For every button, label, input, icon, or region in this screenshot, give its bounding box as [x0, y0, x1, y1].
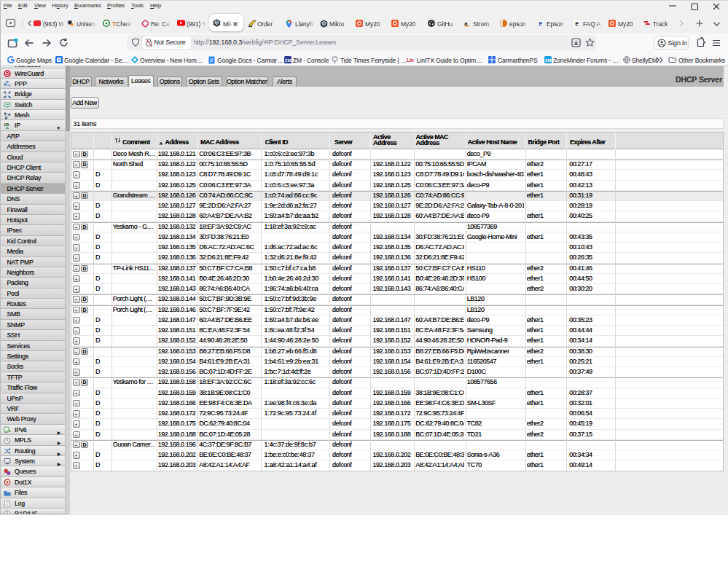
- svg-text:E: E: [539, 20, 543, 27]
- svg-text:E: E: [575, 20, 579, 27]
- svg-text:ZM: ZM: [545, 58, 552, 63]
- svg-text:155: 155: [4, 123, 9, 127]
- svg-text:ZM: ZM: [285, 58, 291, 63]
- svg-text:31: 31: [58, 58, 62, 62]
